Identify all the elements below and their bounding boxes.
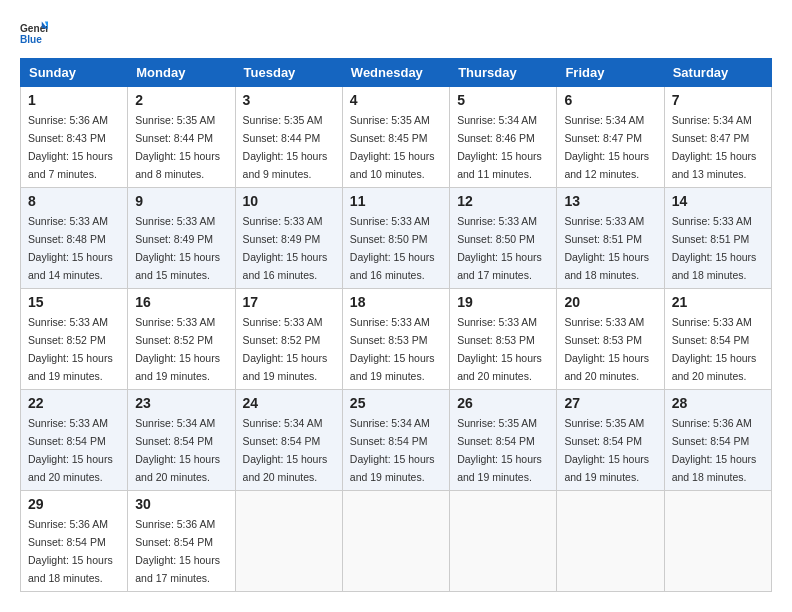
day-cell-20: 20 Sunrise: 5:33 AMSunset: 8:53 PMDaylig… — [557, 289, 664, 390]
day-info: Sunrise: 5:34 AMSunset: 8:46 PMDaylight:… — [457, 114, 542, 180]
weekday-header-saturday: Saturday — [664, 59, 771, 87]
empty-cell — [557, 491, 664, 592]
day-number: 25 — [350, 395, 442, 411]
day-info: Sunrise: 5:33 AMSunset: 8:52 PMDaylight:… — [135, 316, 220, 382]
day-info: Sunrise: 5:33 AMSunset: 8:49 PMDaylight:… — [135, 215, 220, 281]
weekday-header-tuesday: Tuesday — [235, 59, 342, 87]
day-cell-27: 27 Sunrise: 5:35 AMSunset: 8:54 PMDaylig… — [557, 390, 664, 491]
day-info: Sunrise: 5:33 AMSunset: 8:53 PMDaylight:… — [457, 316, 542, 382]
day-cell-19: 19 Sunrise: 5:33 AMSunset: 8:53 PMDaylig… — [450, 289, 557, 390]
day-number: 28 — [672, 395, 764, 411]
empty-cell — [342, 491, 449, 592]
day-number: 5 — [457, 92, 549, 108]
day-info: Sunrise: 5:36 AMSunset: 8:43 PMDaylight:… — [28, 114, 113, 180]
day-cell-25: 25 Sunrise: 5:34 AMSunset: 8:54 PMDaylig… — [342, 390, 449, 491]
day-cell-3: 3 Sunrise: 5:35 AMSunset: 8:44 PMDayligh… — [235, 87, 342, 188]
day-number: 26 — [457, 395, 549, 411]
day-number: 1 — [28, 92, 120, 108]
day-info: Sunrise: 5:33 AMSunset: 8:52 PMDaylight:… — [243, 316, 328, 382]
day-cell-1: 1 Sunrise: 5:36 AMSunset: 8:43 PMDayligh… — [21, 87, 128, 188]
day-info: Sunrise: 5:36 AMSunset: 8:54 PMDaylight:… — [28, 518, 113, 584]
day-number: 16 — [135, 294, 227, 310]
day-info: Sunrise: 5:34 AMSunset: 8:54 PMDaylight:… — [350, 417, 435, 483]
weekday-header-wednesday: Wednesday — [342, 59, 449, 87]
calendar-row-1: 1 Sunrise: 5:36 AMSunset: 8:43 PMDayligh… — [21, 87, 772, 188]
day-cell-21: 21 Sunrise: 5:33 AMSunset: 8:54 PMDaylig… — [664, 289, 771, 390]
empty-cell — [664, 491, 771, 592]
day-cell-23: 23 Sunrise: 5:34 AMSunset: 8:54 PMDaylig… — [128, 390, 235, 491]
day-number: 21 — [672, 294, 764, 310]
day-number: 17 — [243, 294, 335, 310]
svg-text:Blue: Blue — [20, 34, 42, 45]
logo-icon: General Blue — [20, 20, 48, 48]
day-info: Sunrise: 5:35 AMSunset: 8:44 PMDaylight:… — [135, 114, 220, 180]
day-number: 9 — [135, 193, 227, 209]
weekday-header-sunday: Sunday — [21, 59, 128, 87]
day-number: 7 — [672, 92, 764, 108]
day-cell-13: 13 Sunrise: 5:33 AMSunset: 8:51 PMDaylig… — [557, 188, 664, 289]
day-info: Sunrise: 5:33 AMSunset: 8:51 PMDaylight:… — [564, 215, 649, 281]
weekday-header-monday: Monday — [128, 59, 235, 87]
weekday-header-friday: Friday — [557, 59, 664, 87]
day-cell-18: 18 Sunrise: 5:33 AMSunset: 8:53 PMDaylig… — [342, 289, 449, 390]
day-info: Sunrise: 5:33 AMSunset: 8:54 PMDaylight:… — [672, 316, 757, 382]
day-cell-30: 30 Sunrise: 5:36 AMSunset: 8:54 PMDaylig… — [128, 491, 235, 592]
day-cell-29: 29 Sunrise: 5:36 AMSunset: 8:54 PMDaylig… — [21, 491, 128, 592]
calendar-table: SundayMondayTuesdayWednesdayThursdayFrid… — [20, 58, 772, 592]
day-number: 19 — [457, 294, 549, 310]
weekday-header-thursday: Thursday — [450, 59, 557, 87]
day-cell-16: 16 Sunrise: 5:33 AMSunset: 8:52 PMDaylig… — [128, 289, 235, 390]
header: General Blue — [20, 20, 772, 48]
day-cell-10: 10 Sunrise: 5:33 AMSunset: 8:49 PMDaylig… — [235, 188, 342, 289]
logo: General Blue — [20, 20, 48, 48]
day-info: Sunrise: 5:34 AMSunset: 8:47 PMDaylight:… — [672, 114, 757, 180]
day-number: 2 — [135, 92, 227, 108]
day-cell-14: 14 Sunrise: 5:33 AMSunset: 8:51 PMDaylig… — [664, 188, 771, 289]
day-number: 23 — [135, 395, 227, 411]
day-cell-5: 5 Sunrise: 5:34 AMSunset: 8:46 PMDayligh… — [450, 87, 557, 188]
day-info: Sunrise: 5:35 AMSunset: 8:54 PMDaylight:… — [564, 417, 649, 483]
day-cell-17: 17 Sunrise: 5:33 AMSunset: 8:52 PMDaylig… — [235, 289, 342, 390]
day-cell-2: 2 Sunrise: 5:35 AMSunset: 8:44 PMDayligh… — [128, 87, 235, 188]
day-number: 8 — [28, 193, 120, 209]
day-cell-28: 28 Sunrise: 5:36 AMSunset: 8:54 PMDaylig… — [664, 390, 771, 491]
day-cell-12: 12 Sunrise: 5:33 AMSunset: 8:50 PMDaylig… — [450, 188, 557, 289]
day-number: 18 — [350, 294, 442, 310]
day-info: Sunrise: 5:35 AMSunset: 8:54 PMDaylight:… — [457, 417, 542, 483]
day-info: Sunrise: 5:33 AMSunset: 8:53 PMDaylight:… — [350, 316, 435, 382]
day-info: Sunrise: 5:33 AMSunset: 8:49 PMDaylight:… — [243, 215, 328, 281]
day-cell-15: 15 Sunrise: 5:33 AMSunset: 8:52 PMDaylig… — [21, 289, 128, 390]
day-cell-22: 22 Sunrise: 5:33 AMSunset: 8:54 PMDaylig… — [21, 390, 128, 491]
day-number: 22 — [28, 395, 120, 411]
day-number: 14 — [672, 193, 764, 209]
day-info: Sunrise: 5:33 AMSunset: 8:50 PMDaylight:… — [457, 215, 542, 281]
day-number: 24 — [243, 395, 335, 411]
day-number: 29 — [28, 496, 120, 512]
day-number: 10 — [243, 193, 335, 209]
calendar-row-4: 22 Sunrise: 5:33 AMSunset: 8:54 PMDaylig… — [21, 390, 772, 491]
empty-cell — [450, 491, 557, 592]
day-number: 3 — [243, 92, 335, 108]
day-info: Sunrise: 5:35 AMSunset: 8:45 PMDaylight:… — [350, 114, 435, 180]
empty-cell — [235, 491, 342, 592]
day-number: 15 — [28, 294, 120, 310]
calendar-row-3: 15 Sunrise: 5:33 AMSunset: 8:52 PMDaylig… — [21, 289, 772, 390]
day-info: Sunrise: 5:33 AMSunset: 8:52 PMDaylight:… — [28, 316, 113, 382]
calendar-row-5: 29 Sunrise: 5:36 AMSunset: 8:54 PMDaylig… — [21, 491, 772, 592]
day-number: 12 — [457, 193, 549, 209]
day-cell-9: 9 Sunrise: 5:33 AMSunset: 8:49 PMDayligh… — [128, 188, 235, 289]
day-info: Sunrise: 5:36 AMSunset: 8:54 PMDaylight:… — [135, 518, 220, 584]
day-info: Sunrise: 5:33 AMSunset: 8:48 PMDaylight:… — [28, 215, 113, 281]
day-cell-4: 4 Sunrise: 5:35 AMSunset: 8:45 PMDayligh… — [342, 87, 449, 188]
day-number: 20 — [564, 294, 656, 310]
day-info: Sunrise: 5:33 AMSunset: 8:51 PMDaylight:… — [672, 215, 757, 281]
day-cell-11: 11 Sunrise: 5:33 AMSunset: 8:50 PMDaylig… — [342, 188, 449, 289]
day-number: 30 — [135, 496, 227, 512]
day-number: 13 — [564, 193, 656, 209]
day-number: 11 — [350, 193, 442, 209]
day-cell-24: 24 Sunrise: 5:34 AMSunset: 8:54 PMDaylig… — [235, 390, 342, 491]
day-info: Sunrise: 5:34 AMSunset: 8:54 PMDaylight:… — [243, 417, 328, 483]
day-info: Sunrise: 5:36 AMSunset: 8:54 PMDaylight:… — [672, 417, 757, 483]
day-cell-7: 7 Sunrise: 5:34 AMSunset: 8:47 PMDayligh… — [664, 87, 771, 188]
day-cell-6: 6 Sunrise: 5:34 AMSunset: 8:47 PMDayligh… — [557, 87, 664, 188]
